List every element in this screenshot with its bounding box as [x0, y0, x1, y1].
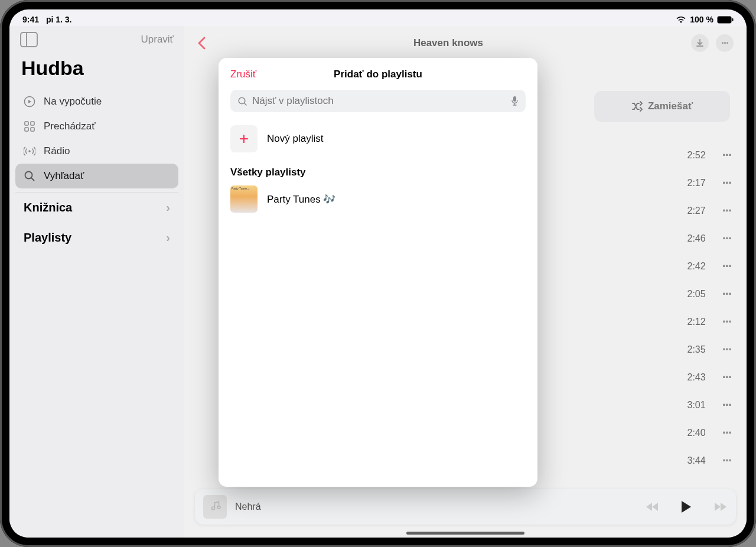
new-playlist-button[interactable]: + Nový playlist [230, 123, 526, 163]
new-playlist-label: Nový playlist [267, 133, 323, 145]
search-icon [237, 96, 247, 106]
svg-line-12 [245, 103, 247, 105]
playlist-search-field[interactable] [230, 90, 526, 112]
cancel-button[interactable]: Zrušiť [230, 69, 256, 80]
playlist-artwork [230, 185, 258, 213]
playlist-search-input[interactable] [252, 95, 506, 107]
plus-icon: + [230, 125, 258, 152]
playlist-row[interactable]: Party Tunes 🎶 [230, 183, 526, 215]
modal-title: Pridať do playlistu [334, 69, 422, 80]
svg-rect-13 [513, 96, 516, 102]
ipad-screen: 9:41 pi 1. 3. 100 % ● ● ● Upraviť [9, 9, 747, 538]
all-playlists-header: Všetky playlisty [230, 163, 526, 183]
mic-icon[interactable] [511, 96, 519, 106]
playlist-name: Party Tunes 🎶 [267, 193, 335, 206]
add-to-playlist-modal: Zrušiť Pridať do playlistu + Nový playli… [219, 58, 537, 487]
